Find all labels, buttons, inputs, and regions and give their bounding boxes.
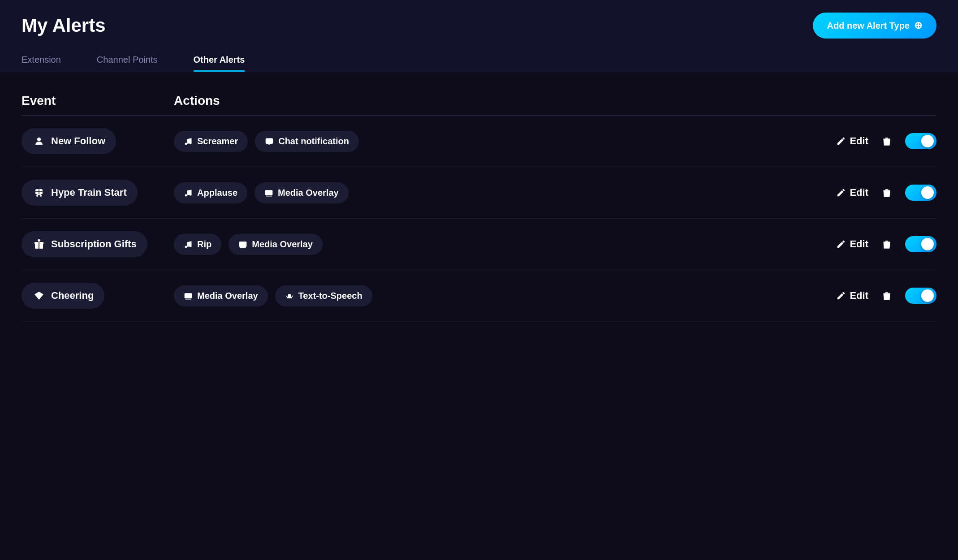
event-cell-new-follow: New Follow	[22, 128, 174, 154]
delete-button-new-follow[interactable]	[879, 133, 894, 150]
header: My Alerts Add new Alert Type ⊕ Extension…	[0, 0, 958, 72]
event-badge-cheering: Cheering	[22, 283, 104, 309]
add-alert-button[interactable]: Add new Alert Type ⊕	[813, 13, 936, 39]
svg-point-1	[185, 142, 187, 145]
col-header-event: Event	[22, 94, 174, 108]
actions-cell-hype-train: Applause Media Overlay	[174, 182, 820, 203]
page-title: My Alerts	[22, 15, 106, 36]
diamond-icon	[32, 289, 46, 302]
media-icon	[264, 188, 273, 197]
action-badge-media-overlay-hype: Media Overlay	[255, 182, 349, 203]
action-label-rip: Rip	[197, 239, 211, 250]
toggle-slider-new-follow	[905, 133, 936, 149]
person-icon	[32, 134, 46, 148]
toggle-slider-hype-train	[905, 185, 936, 201]
action-badge-rip: Rip	[174, 234, 221, 255]
event-label-hype-train: Hype Train Start	[51, 187, 127, 198]
event-badge-sub-gifts: Subscription Gifts	[22, 231, 147, 257]
edit-button-new-follow[interactable]: Edit	[836, 135, 868, 147]
edit-label-sub-gifts: Edit	[850, 238, 868, 250]
delete-button-sub-gifts[interactable]	[879, 236, 894, 253]
edit-icon	[836, 291, 846, 301]
row-controls-new-follow: Edit	[820, 133, 936, 150]
actions-cell-new-follow: Screamer Chat notification	[174, 131, 820, 152]
event-cell-sub-gifts: Subscription Gifts	[22, 231, 174, 257]
toggle-sub-gifts[interactable]	[905, 236, 936, 252]
event-badge-new-follow: New Follow	[22, 128, 116, 154]
action-label-media-overlay-sub: Media Overlay	[252, 239, 313, 250]
music-icon	[184, 239, 193, 249]
action-badge-chat-notification: Chat notification	[255, 131, 359, 152]
action-badge-screamer: Screamer	[174, 131, 248, 152]
edit-label-hype-train: Edit	[850, 187, 868, 198]
edit-icon	[836, 239, 846, 249]
actions-cell-sub-gifts: Rip Media Overlay	[174, 234, 820, 255]
edit-label-new-follow: Edit	[850, 135, 868, 147]
event-badge-hype-train: Hype Train Start	[22, 180, 138, 206]
edit-label-cheering: Edit	[850, 290, 868, 302]
delete-button-cheering[interactable]	[879, 288, 894, 304]
toggle-slider-cheering	[905, 288, 936, 304]
event-cell-hype-train: Hype Train Start	[22, 180, 174, 206]
actions-cell-cheering: Media Overlay Text-to-Speech	[174, 285, 820, 306]
row-controls-sub-gifts: Edit	[820, 236, 936, 253]
table-row: Subscription Gifts Rip	[22, 219, 936, 270]
table-row: Hype Train Start Applause	[22, 167, 936, 219]
edit-button-sub-gifts[interactable]: Edit	[836, 238, 868, 250]
event-label-cheering: Cheering	[51, 290, 94, 302]
table-header: Event Actions	[22, 94, 936, 116]
music-icon	[184, 188, 193, 197]
svg-point-10	[185, 194, 187, 196]
action-label-chat-notification: Chat notification	[278, 136, 349, 146]
trash-icon	[881, 136, 893, 147]
chat-icon	[265, 136, 274, 146]
svg-point-0	[37, 138, 41, 141]
action-badge-applause: Applause	[174, 182, 247, 203]
speech-icon	[285, 291, 294, 300]
svg-point-18	[190, 245, 192, 247]
tab-other-alerts[interactable]: Other Alerts	[194, 49, 245, 72]
main-content: Event Actions New Follow	[0, 72, 958, 322]
toggle-cheering[interactable]	[905, 288, 936, 304]
add-alert-label: Add new Alert Type	[827, 21, 910, 31]
media-icon	[184, 291, 193, 300]
action-label-tts: Text-to-Speech	[298, 291, 362, 301]
event-cell-cheering: Cheering	[22, 283, 174, 309]
tab-channel-points[interactable]: Channel Points	[97, 49, 158, 72]
svg-point-11	[190, 193, 192, 195]
gift-icon	[32, 237, 46, 251]
edit-button-hype-train[interactable]: Edit	[836, 187, 868, 198]
media-icon	[238, 239, 247, 249]
trash-icon	[881, 187, 893, 199]
edit-icon	[836, 188, 846, 198]
row-controls-cheering: Edit	[820, 288, 936, 304]
train-icon	[32, 186, 46, 199]
action-label-applause: Applause	[197, 188, 237, 198]
row-controls-hype-train: Edit	[820, 185, 936, 201]
tabs: Extension Channel Points Other Alerts	[22, 49, 936, 72]
svg-marker-21	[35, 292, 43, 300]
trash-icon	[881, 239, 893, 250]
event-label-new-follow: New Follow	[51, 135, 105, 147]
action-label-media-overlay-hype: Media Overlay	[278, 188, 339, 198]
table-row: Cheering Media Overlay	[22, 270, 936, 322]
svg-point-2	[190, 142, 192, 144]
action-badge-media-overlay-cheer: Media Overlay	[174, 285, 268, 306]
svg-point-17	[185, 246, 187, 248]
action-label-media-overlay-cheer: Media Overlay	[197, 291, 258, 301]
event-label-sub-gifts: Subscription Gifts	[51, 238, 137, 250]
action-label-screamer: Screamer	[197, 136, 238, 146]
toggle-slider-sub-gifts	[905, 236, 936, 252]
delete-button-hype-train[interactable]	[879, 185, 894, 201]
music-icon	[184, 136, 193, 146]
tab-extension[interactable]: Extension	[22, 49, 61, 72]
toggle-hype-train[interactable]	[905, 185, 936, 201]
edit-button-cheering[interactable]: Edit	[836, 290, 868, 302]
svg-rect-3	[266, 138, 273, 144]
toggle-new-follow[interactable]	[905, 133, 936, 149]
edit-icon	[836, 136, 846, 146]
header-top: My Alerts Add new Alert Type ⊕	[22, 13, 936, 39]
col-header-actions: Actions	[174, 94, 936, 108]
action-badge-tts: Text-to-Speech	[275, 285, 372, 306]
trash-icon	[881, 290, 893, 302]
